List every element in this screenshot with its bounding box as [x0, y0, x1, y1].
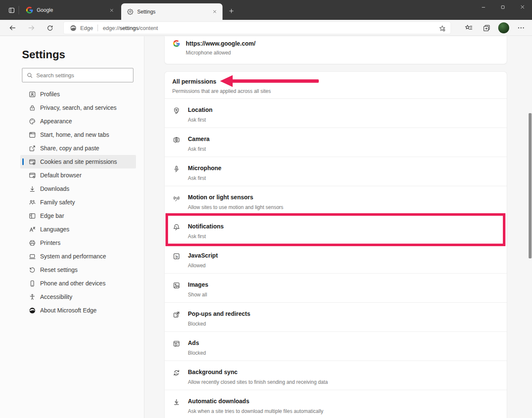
minimize-button[interactable]: [474, 0, 493, 14]
sidebar-item-label: Printers: [40, 239, 60, 246]
sidebar-item-accessibility[interactable]: Accessibility: [20, 290, 136, 304]
permission-name: Location: [188, 106, 212, 113]
permission-row-javascript[interactable]: JsJavaScriptAllowed: [165, 244, 507, 274]
permission-row-automatic-downloads[interactable]: Automatic downloadsAsk when a site tries…: [165, 390, 507, 418]
sidebar-item-profiles[interactable]: Profiles: [20, 87, 136, 101]
tab-settings[interactable]: Settings: [121, 3, 223, 20]
close-tab-icon[interactable]: [108, 6, 115, 14]
sidebar-item-printers[interactable]: Printers: [20, 236, 136, 250]
sidebar-item-label: Downloads: [40, 185, 69, 192]
section-title: All permissions: [172, 78, 216, 85]
printers-icon: [29, 239, 36, 247]
start-home-icon: [29, 131, 36, 138]
titlebar-separator: [19, 6, 19, 14]
all-permissions-header: All permissions Permissions that are app…: [165, 72, 507, 99]
gear-icon: [127, 8, 133, 15]
search-settings-box[interactable]: [22, 68, 133, 82]
system-performance-icon: [29, 253, 36, 260]
permission-row-background-sync[interactable]: Background syncAllow recently closed sit…: [165, 361, 507, 390]
sidebar-item-family-safety[interactable]: Family safety: [20, 195, 136, 209]
address-bar[interactable]: Edge edge://settings/content: [63, 22, 451, 34]
languages-icon: [29, 226, 36, 233]
annotation-arrow: [220, 75, 319, 87]
permission-status: Allowed: [188, 263, 206, 269]
sidebar-item-edge-bar[interactable]: Edge bar: [20, 209, 136, 223]
permissions-list: LocationAsk firstCameraAsk firstMicropho…: [165, 99, 507, 418]
permission-row-pop-ups-and-redirects[interactable]: Pop-ups and redirectsBlocked: [165, 303, 507, 332]
collections-button[interactable]: [480, 22, 492, 34]
favorites-button[interactable]: [463, 22, 475, 34]
sidebar-item-share-copy-and-paste[interactable]: Share, copy and paste: [20, 141, 136, 155]
permission-row-images[interactable]: ImagesShow all: [165, 274, 507, 303]
sidebar-item-languages[interactable]: Languages: [20, 223, 136, 236]
profile-avatar[interactable]: [498, 22, 509, 33]
close-window-button[interactable]: [513, 0, 532, 14]
new-tab-button[interactable]: [226, 6, 236, 16]
settings-sidebar: Settings ProfilesPrivacy, search, and se…: [0, 36, 144, 418]
permission-row-notifications[interactable]: NotificationsAsk first: [165, 215, 507, 244]
plus-icon: [228, 8, 234, 14]
permission-name: Images: [188, 281, 208, 288]
sidebar-item-privacy-search-and-services[interactable]: Privacy, search, and services: [20, 101, 136, 114]
sidebar-item-reset-settings[interactable]: Reset settings: [20, 263, 136, 277]
site-permission-status: Microphone allowed: [186, 50, 231, 56]
permission-row-camera[interactable]: CameraAsk first: [165, 128, 507, 157]
permission-status: Ask first: [188, 175, 206, 181]
all-permissions-card: All permissions Permissions that are app…: [164, 71, 507, 418]
site-url: https://www.google.com/: [186, 40, 255, 47]
tab-actions-menu-button[interactable]: [6, 5, 17, 16]
back-button[interactable]: [6, 22, 19, 34]
permission-status: Show all: [188, 292, 207, 298]
permission-name: Microphone: [188, 165, 221, 171]
titlebar: Google Settings: [0, 0, 532, 20]
sidebar-item-label: Share, copy and paste: [40, 145, 99, 152]
google-favicon: [26, 7, 33, 14]
sidebar-item-label: Accessibility: [40, 293, 72, 300]
permission-name: Camera: [188, 136, 209, 142]
sidebar-item-about-microsoft-edge[interactable]: About Microsoft Edge: [20, 304, 136, 317]
sidebar-item-system-and-performance[interactable]: System and performance: [20, 250, 136, 263]
permission-row-motion-or-light-sensors[interactable]: Motion or light sensorsAllow sites to us…: [165, 186, 507, 215]
permission-row-ads[interactable]: AdsBlocked: [165, 332, 507, 361]
sidebar-item-label: Appearance: [40, 118, 72, 125]
sidebar-nav: ProfilesPrivacy, search, and servicesApp…: [20, 87, 136, 317]
sidebar-item-downloads[interactable]: Downloads: [20, 182, 136, 195]
close-tab-icon[interactable]: [211, 8, 218, 16]
cookies-permissions-icon: [29, 158, 36, 166]
edge-logo-icon: [29, 307, 36, 314]
sidebar-item-start-home-and-new-tabs[interactable]: Start, home, and new tabs: [20, 128, 136, 141]
forward-button[interactable]: [25, 22, 38, 34]
vertical-scrollbar-thumb[interactable]: [529, 113, 532, 258]
refresh-button[interactable]: [43, 22, 56, 34]
add-favorite-button[interactable]: [437, 23, 447, 33]
chevron-right-icon: [173, 312, 179, 319]
site-permission-card[interactable]: https://www.google.com/ Microphone allow…: [164, 36, 507, 64]
edge-logo-icon: [70, 24, 77, 32]
settings-menu-button[interactable]: [515, 22, 527, 34]
sidebar-item-default-browser[interactable]: Default browser: [20, 168, 136, 182]
url-text: edge://settings/content: [103, 25, 158, 31]
page-title: Settings: [22, 48, 144, 61]
tab-google[interactable]: Google: [20, 3, 119, 17]
privacy-lock-icon: [29, 104, 36, 111]
permission-name: JavaScript: [188, 252, 218, 259]
permission-row-microphone[interactable]: MicrophoneAsk first: [165, 157, 507, 186]
browser-toolbar: Edge edge://settings/content: [0, 20, 532, 36]
site-chip-label: Edge: [80, 25, 93, 31]
sidebar-item-label: About Microsoft Edge: [40, 307, 97, 314]
sidebar-item-appearance[interactable]: Appearance: [20, 114, 136, 128]
sidebar-item-phone-and-other-devices[interactable]: Phone and other devices: [20, 277, 136, 290]
chevron-right-icon: [173, 137, 179, 144]
search-settings-input[interactable]: [36, 72, 130, 79]
sidebar-item-label: Default browser: [40, 172, 81, 179]
sidebar-item-label: Family safety: [40, 199, 75, 206]
toolbar-right-icons: [463, 22, 527, 34]
permission-status: Blocked: [188, 321, 206, 327]
chevron-right-icon: [173, 225, 179, 231]
permission-row-location[interactable]: LocationAsk first: [165, 99, 507, 128]
permission-name: Background sync: [188, 369, 237, 375]
maximize-button[interactable]: [493, 0, 513, 14]
annotation-highlight-box: [166, 213, 505, 246]
sidebar-item-cookies-and-site-permissions[interactable]: Cookies and site permissions: [20, 155, 136, 168]
annotation-arrow-head: [220, 75, 233, 87]
